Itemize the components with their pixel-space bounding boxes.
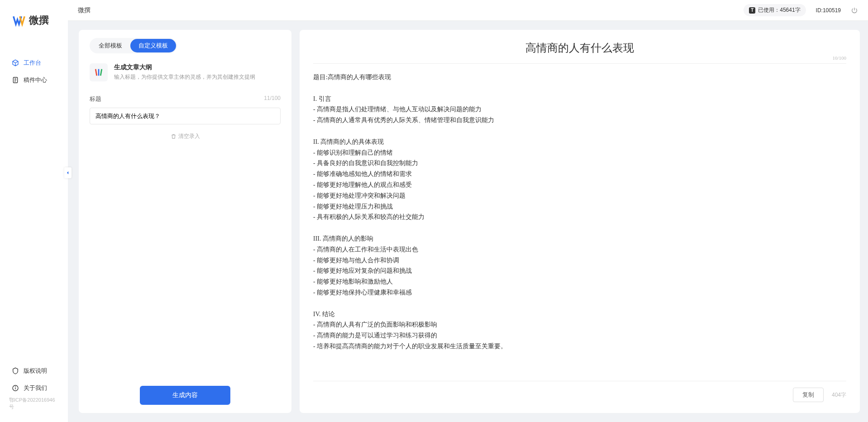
title-field-row: 标题 11/100 [90, 95, 281, 103]
output-title-row: 高情商的人有什么表现 10/100 [313, 41, 846, 64]
icp-text: 鄂ICP备2022016946号 [0, 397, 68, 413]
sidebar: 微撰 工作台 稿件中心 版权说明 [0, 0, 68, 422]
nav-item-about[interactable]: 关于我们 [0, 379, 68, 397]
nav-main: 工作台 稿件中心 [0, 41, 68, 362]
tab-custom-templates[interactable]: 自定义模板 [130, 39, 176, 52]
clear-label: 清空录入 [178, 133, 200, 140]
cube-icon [12, 59, 19, 66]
user-id: ID:100519 [816, 7, 841, 14]
template-desc: 输入标题，为你提供文章主体的灵感，并为其创建推文提纲 [114, 73, 255, 81]
panel-left: 全部模板 自定义模板 生成文章大纲 输入标题，为你提供文章主体的灵感，并为其创建… [79, 30, 291, 413]
header-title: 微撰 [78, 6, 91, 14]
template-card-text: 生成文章大纲 输入标题，为你提供文章主体的灵感，并为其创建推文提纲 [114, 63, 255, 81]
usage-pill[interactable]: T 已使用：45641字 [744, 4, 806, 16]
panel-right: 高情商的人有什么表现 10/100 题目:高情商的人有哪些表现 I. 引言 - … [300, 30, 860, 413]
nav-label: 关于我们 [24, 384, 47, 392]
sidebar-collapse-button[interactable] [64, 167, 72, 178]
main: 微撰 T 已使用：45641字 ID:100519 全部模板 自定义模板 [68, 0, 868, 422]
info-icon [12, 384, 19, 392]
template-tabs: 全部模板 自定义模板 [90, 38, 177, 53]
nav-item-copyright[interactable]: 版权说明 [0, 362, 68, 379]
title-field-label: 标题 [90, 95, 101, 103]
logo-icon [13, 14, 25, 27]
output-title-count: 10/100 [832, 55, 846, 61]
nav-item-workbench[interactable]: 工作台 [0, 54, 68, 71]
copy-button[interactable]: 复制 [793, 388, 824, 402]
logo: 微撰 [0, 14, 68, 41]
svg-point-6 [15, 387, 16, 387]
usage-label: 已使用：45641字 [758, 6, 800, 14]
header: 微撰 T 已使用：45641字 ID:100519 [68, 0, 868, 21]
template-card-icon [90, 63, 108, 81]
output-footer: 复制 404字 [313, 381, 846, 402]
output-body[interactable]: 题目:高情商的人有哪些表现 I. 引言 - 高情商是指人们处理情绪、与他人互动以… [313, 64, 846, 381]
document-icon [12, 76, 19, 84]
output-title: 高情商的人有什么表现 [525, 42, 634, 54]
template-title: 生成文章大纲 [114, 63, 255, 71]
content: 全部模板 自定义模板 生成文章大纲 输入标题，为你提供文章主体的灵感，并为其创建… [68, 21, 868, 422]
logo-text: 微撰 [29, 14, 49, 27]
tab-all-templates[interactable]: 全部模板 [91, 39, 130, 52]
trash-icon [171, 133, 176, 139]
generate-button[interactable]: 生成内容 [140, 386, 230, 405]
nav-label: 稿件中心 [24, 76, 47, 84]
nav-bottom: 版权说明 关于我们 鄂ICP备2022016946号 [0, 362, 68, 422]
title-input[interactable] [90, 108, 281, 124]
template-card[interactable]: 生成文章大纲 输入标题，为你提供文章主体的灵感，并为其创建推文提纲 [90, 63, 281, 81]
shield-icon [12, 367, 19, 375]
clear-input-button[interactable]: 清空录入 [90, 133, 281, 140]
power-icon[interactable] [851, 7, 858, 14]
nav-label: 工作台 [24, 59, 41, 67]
nav-label: 版权说明 [24, 367, 47, 375]
chevron-left-icon [66, 171, 70, 175]
title-field-count: 11/100 [264, 95, 281, 103]
output-word-count: 404字 [832, 391, 846, 399]
text-icon: T [749, 7, 755, 14]
nav-item-drafts[interactable]: 稿件中心 [0, 71, 68, 89]
header-right: T 已使用：45641字 ID:100519 [744, 4, 858, 16]
